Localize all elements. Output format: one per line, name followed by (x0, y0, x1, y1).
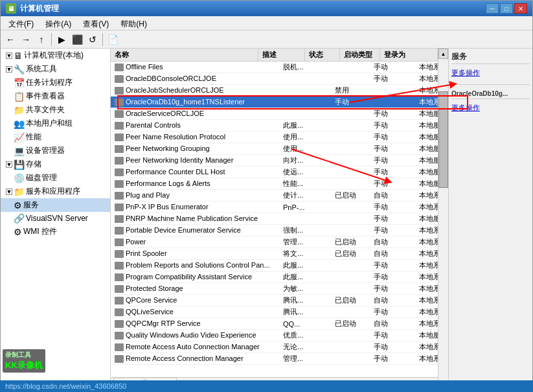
expand-services[interactable]: ▼ (6, 189, 12, 195)
list-row[interactable]: Print Spooler将文...已启动自动本地系统 (111, 248, 438, 260)
app-icon: 🖥 (6, 3, 16, 14)
cell-startup: 手动 (370, 178, 415, 189)
maximize-button[interactable]: □ (500, 3, 513, 14)
title-bar-left: 🖥 计算机管理 (6, 3, 59, 14)
service-icon (115, 180, 124, 188)
list-row[interactable]: Plug and Play使计...已启动自动本地系统 (111, 190, 438, 202)
url-text: https://blog.csdn.net/weixin_43606850 (5, 382, 126, 390)
menu-help[interactable]: 帮助(H) (115, 17, 152, 29)
properties-button[interactable]: 📄 (106, 32, 120, 47)
list-row[interactable]: Performance Counter DLL Host使远...手动本地服务 (111, 167, 438, 178)
actions-link-more-1[interactable]: 更多操作 (451, 67, 530, 79)
tree-item-system-tools[interactable]: ▼ 🔧 系统工具 (1, 62, 110, 76)
tree-item-services-apps[interactable]: ▼ 📁 服务和应用程序 (1, 185, 110, 198)
tree-item-task-scheduler[interactable]: 📅 任务计划程序 (1, 76, 110, 89)
service-icon (115, 87, 124, 95)
tree-expand-root[interactable]: ▼ (6, 52, 12, 59)
cell-startup: 手动 (370, 108, 415, 119)
service-icon (115, 203, 124, 211)
stop-button[interactable]: ⬛ (70, 32, 84, 47)
cell-name: QQPCMgr RTP Service (111, 319, 279, 329)
service-icon (115, 192, 124, 200)
menu-view[interactable]: 查看(V) (78, 17, 114, 29)
list-row[interactable]: PNRP Machine Name Publication Service手动本… (111, 213, 438, 225)
list-row[interactable]: OracleDBConsoleORCLJOE手动本地系统 (111, 73, 438, 85)
forward-button[interactable]: → (19, 32, 33, 47)
list-row[interactable]: Protected Storage为敏...手动本地系统 (111, 283, 438, 295)
list-row[interactable]: Peer Networking Grouping使用...手动本地服务 (111, 143, 438, 155)
col-header-status[interactable]: 状态 (305, 49, 340, 61)
list-row[interactable]: QQPCMgr RTP ServiceQQ...已启动自动本地系统 (111, 318, 438, 330)
list-row[interactable]: Offline Files脱机...手动本地系统 (111, 62, 438, 73)
tree-item-event-viewer[interactable]: 📋 事件查看器 (1, 89, 110, 103)
restart-button[interactable]: ↺ (85, 32, 100, 47)
tree-item-performance[interactable]: 📈 性能 (1, 130, 110, 144)
cell-name: Performance Logs & Alerts (111, 179, 279, 189)
col-header-name[interactable]: 名称 (111, 49, 258, 61)
col-header-logon[interactable]: 登录为 (380, 49, 438, 61)
tree-item-shared-folders[interactable]: 📁 共享文件夹 (1, 103, 110, 117)
list-row[interactable]: Problem Reports and Solutions Control Pa… (111, 260, 438, 271)
list-row[interactable]: Program Compatibility Assistant Service此… (111, 271, 438, 283)
up-button[interactable]: ↑ (34, 32, 49, 47)
cell-desc: 使远... (279, 167, 331, 178)
toolbar: ← → ↑ ▶ ⬛ ↺ 📄 (1, 30, 532, 49)
scroll-track[interactable] (438, 59, 448, 381)
tree-item-visualsvn[interactable]: 🔗 VisualSVN Server (1, 212, 110, 225)
list-row[interactable]: Peer Name Resolution Protocol使用...手动本地服务 (111, 132, 438, 143)
tree-item-services[interactable]: ⚙ 服务 (1, 198, 110, 212)
expand-storage[interactable]: ▼ (6, 161, 12, 168)
back-button[interactable]: ← (3, 32, 17, 47)
minimize-button[interactable]: ─ (486, 3, 499, 14)
window-title: 计算机管理 (20, 3, 59, 14)
cell-logon: 本地系统 (415, 97, 438, 108)
watermark-line1: 录制工具 (5, 351, 43, 360)
list-row[interactable]: Remote Access Auto Connection Manager无论.… (111, 341, 438, 353)
list-row[interactable]: QPCore Service腾讯...已启动自动本地系统 (111, 295, 438, 306)
cell-name: Performance Counter DLL Host (111, 167, 279, 177)
tree-item-disk-mgmt[interactable]: 💿 磁盘管理 (1, 171, 110, 185)
expand-system-tools[interactable]: ▼ (6, 66, 12, 73)
list-row[interactable]: PnP-X IP Bus EnumeratorPnP-...手动本地系统 (111, 202, 438, 213)
tree-root[interactable]: ▼ 🖥 计算机管理(本地) (1, 49, 110, 62)
scroll-up[interactable]: ▲ (438, 49, 448, 59)
cell-desc (279, 102, 331, 103)
list-row[interactable]: Quality Windows Audio Video Experience优质… (111, 330, 438, 341)
cell-logon: 本地系统 (415, 318, 438, 329)
cell-logon: 本地服务 (415, 132, 438, 143)
list-row[interactable]: OracleServiceORCLJOE手动本地服务 (111, 108, 438, 120)
cell-startup (370, 102, 415, 103)
list-row[interactable]: Parental Controls此服...手动本地服务 (111, 120, 438, 132)
list-row[interactable]: QQLiveService腾讯...手动本地系统 (111, 306, 438, 318)
tree-label-services: 服务 (23, 200, 39, 211)
list-row[interactable]: OracleOraDb10g_home1TNSListener手动本地系统 (111, 97, 438, 108)
cell-desc: 腾讯... (279, 306, 331, 317)
tree-item-local-users[interactable]: 👥 本地用户和组 (1, 117, 110, 130)
tree-item-device-manager[interactable]: 💻 设备管理器 (1, 144, 110, 157)
scroll-thumb[interactable] (438, 91, 448, 188)
list-scrollbar[interactable]: ▲ ▼ (438, 49, 448, 391)
list-row[interactable]: Power管理...已启动自动本地系统 (111, 236, 438, 248)
cell-name: Offline Files (111, 62, 279, 72)
list-row[interactable]: Portable Device Enumerator Service强制...手… (111, 225, 438, 236)
cell-name: Peer Networking Grouping (111, 144, 279, 154)
menu-file[interactable]: 文件(F) (3, 17, 39, 29)
cell-status: 手动 (331, 97, 370, 108)
play-button[interactable]: ▶ (54, 32, 69, 47)
list-row[interactable]: Performance Logs & Alerts性能...手动本地服务 (111, 178, 438, 190)
actions-link-more-2[interactable]: 更多操作 (451, 102, 530, 114)
col-header-desc[interactable]: 描述 (258, 49, 304, 61)
cell-status (331, 172, 370, 173)
list-row[interactable]: Remote Access Connection Manager管理...手动本… (111, 353, 438, 365)
list-row[interactable]: OracleJobSchedulerORCLJOE禁用本地系统 (111, 85, 438, 97)
actions-panel: 服务 更多操作 OracleOraDb10g... 更多操作 (448, 49, 532, 391)
title-bar: 🖥 计算机管理 ─ □ ✕ (1, 1, 532, 16)
tree-item-wmi[interactable]: ⚙ WMI 控件 (1, 225, 110, 238)
list-body[interactable]: Offline Files脱机...手动本地系统OracleDBConsoleO… (111, 62, 438, 377)
menu-action[interactable]: 操作(A) (40, 17, 76, 29)
list-row[interactable]: Peer Networking Identity Manager向对...手动本… (111, 155, 438, 167)
tree-item-storage[interactable]: ▼ 💾 存储 (1, 157, 110, 171)
col-header-startup[interactable]: 启动类型 (340, 49, 381, 61)
close-button[interactable]: ✕ (514, 3, 527, 14)
cell-status: 已启动 (331, 248, 370, 259)
